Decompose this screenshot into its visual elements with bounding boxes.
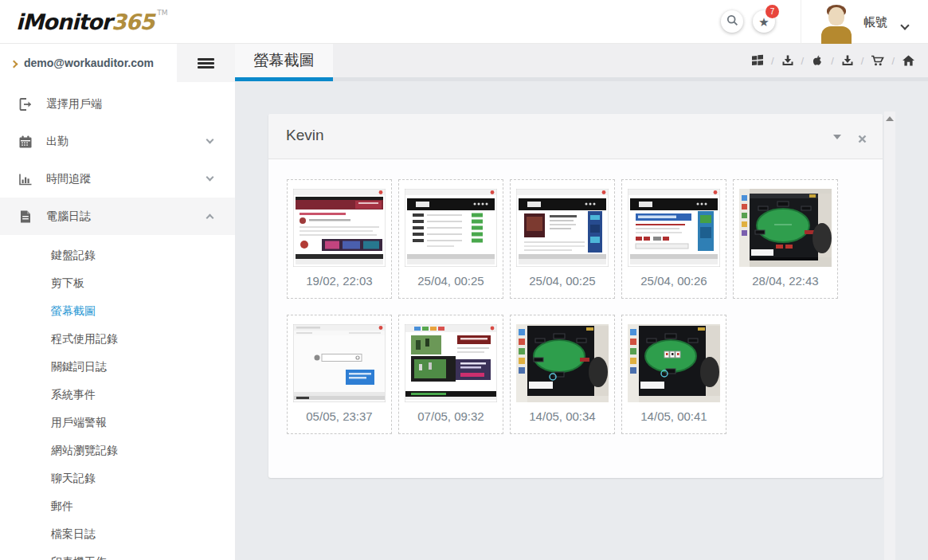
separator: / xyxy=(891,55,895,67)
close-icon[interactable] xyxy=(858,132,867,147)
sidebar-subitem-mail[interactable]: 郵件 xyxy=(0,492,235,520)
screenshot-timestamp: 28/04, 22:43 xyxy=(734,274,837,288)
chevron-right-icon xyxy=(10,61,18,69)
hamburger-icon xyxy=(198,57,214,70)
scroll-up-arrow-icon[interactable] xyxy=(886,116,894,121)
chevron-down-icon[interactable] xyxy=(902,18,908,32)
screenshot-item[interactable]: 14/05, 00:41 xyxy=(621,315,726,434)
panel-header: Kevin xyxy=(268,114,883,159)
sidebar-item-label: 電腦日誌 xyxy=(46,210,91,224)
tab-active-underline xyxy=(235,77,333,81)
sign-out-icon xyxy=(18,96,33,112)
sidebar-subitem-system-events[interactable]: 系統事件 xyxy=(0,381,235,409)
sidebar-subitem-keyboard-records[interactable]: 鍵盤記錄 xyxy=(0,241,235,269)
sidebar-subitem-keyword-logs[interactable]: 關鍵詞日誌 xyxy=(0,353,235,381)
sidebar-toggle-button[interactable] xyxy=(177,44,235,82)
sidebar-item-attendance[interactable]: 出勤 xyxy=(0,123,235,160)
screenshot-item[interactable]: 05/05, 23:37 xyxy=(287,315,392,434)
screenshot-thumbnail xyxy=(628,324,720,402)
screenshot-timestamp: 19/02, 22:03 xyxy=(288,274,391,288)
search-button[interactable] xyxy=(721,10,743,33)
sidebar-subitem-file-logs[interactable]: 檔案日誌 xyxy=(0,520,235,548)
sidebar-item-label: 時間追蹤 xyxy=(46,172,91,186)
sidebar-subitem-client-alerts[interactable]: 用戶端警報 xyxy=(0,409,235,437)
screenshot-item[interactable]: 25/04, 00:25 xyxy=(398,179,503,299)
panel-body: 19/02, 22:03 25/04, 00:25 25/04, 00:25 xyxy=(268,159,883,450)
sidebar-item-select-client[interactable]: 選擇用戶端 xyxy=(0,85,235,123)
search-icon xyxy=(726,14,738,29)
platform-action-icons: / / / / / xyxy=(751,44,915,77)
header-divider xyxy=(801,0,801,44)
screenshot-item[interactable]: 14/05, 00:34 xyxy=(510,315,615,434)
screenshot-item[interactable]: 25/04, 00:25 xyxy=(510,179,615,299)
separator: / xyxy=(771,55,774,67)
avatar-shirt xyxy=(821,26,852,44)
chevron-down-icon xyxy=(206,174,214,182)
star-icon: ★ xyxy=(758,16,769,28)
user-screenshots-panel: Kevin 19/02, 22:03 25/04, 00:25 xyxy=(268,114,883,478)
apple-icon[interactable] xyxy=(811,54,824,67)
screenshot-item[interactable]: 28/04, 22:43 xyxy=(733,179,838,299)
sidebar-item-label: 出勤 xyxy=(46,135,69,149)
sidebar-item-time-tracking[interactable]: 時間追蹤 xyxy=(0,160,235,198)
content-header: 螢幕截圖 / / / / / xyxy=(235,44,928,81)
trademark-label: TM xyxy=(157,9,167,17)
account-menu-label[interactable]: 帳號 xyxy=(863,15,887,30)
screenshot-timestamp: 14/05, 00:34 xyxy=(511,409,614,423)
screenshot-thumbnail xyxy=(405,324,497,402)
download-icon[interactable] xyxy=(781,54,794,67)
computer-logs-submenu: 鍵盤記錄 剪下板 螢幕截圖 程式使用記錄 關鍵詞日誌 系統事件 用戶端警報 網站… xyxy=(0,235,235,560)
avatar[interactable] xyxy=(819,5,854,44)
sidebar-subitem-web-history[interactable]: 網站瀏覽記錄 xyxy=(0,437,235,464)
screenshot-timestamp: 14/05, 00:41 xyxy=(622,409,726,423)
chevron-up-icon xyxy=(206,214,214,222)
tab-screenshots[interactable]: 螢幕截圖 xyxy=(235,44,333,77)
screenshot-thumbnail xyxy=(516,324,609,402)
screenshot-timestamp: 05/05, 23:37 xyxy=(288,409,391,423)
panel-title: Kevin xyxy=(286,127,324,144)
collapse-icon[interactable] xyxy=(833,135,841,139)
notification-badge[interactable]: 7 xyxy=(766,5,779,18)
logo-text: iMonitor xyxy=(16,10,112,34)
bar-chart-icon xyxy=(18,171,33,187)
screenshot-thumbnail xyxy=(293,324,386,402)
sidebar-item-computer-logs[interactable]: 電腦日誌 xyxy=(0,198,235,235)
screenshot-item[interactable]: 07/05, 09:32 xyxy=(398,315,503,434)
separator: / xyxy=(801,55,805,67)
cart-icon[interactable] xyxy=(871,54,884,67)
screenshot-item[interactable]: 25/04, 00:26 xyxy=(621,179,726,299)
screenshot-thumbnail xyxy=(628,189,720,267)
logo-suffix: 365 xyxy=(112,10,154,34)
download-icon[interactable] xyxy=(841,54,854,67)
screenshot-thumbnail xyxy=(293,189,386,267)
top-bar: iMonitor365TM ★ 7 帳號 xyxy=(0,0,928,44)
screenshot-grid: 19/02, 22:03 25/04, 00:25 25/04, 00:25 xyxy=(287,179,863,450)
app-logo: iMonitor365TM xyxy=(16,9,168,34)
account-email[interactable]: demo@workauditor.com xyxy=(11,57,154,69)
screenshot-thumbnail xyxy=(405,189,497,267)
separator: / xyxy=(861,55,864,67)
content-area: Kevin 19/02, 22:03 25/04, 00:25 xyxy=(235,81,928,560)
home-icon[interactable] xyxy=(902,54,915,67)
screenshot-thumbnail xyxy=(516,189,609,267)
sidebar-subitem-program-usage[interactable]: 程式使用記錄 xyxy=(0,325,235,353)
sidebar-subitem-chat-records[interactable]: 聊天記錄 xyxy=(0,464,235,492)
separator: / xyxy=(831,55,834,67)
chevron-down-icon xyxy=(206,136,214,144)
header-bottom-strip xyxy=(333,77,928,81)
sidebar-subitem-clipboard[interactable]: 剪下板 xyxy=(0,269,235,297)
scrollbar[interactable] xyxy=(884,112,895,560)
screenshot-timestamp: 25/04, 00:25 xyxy=(399,274,503,288)
avatar-head xyxy=(828,7,844,25)
calendar-icon xyxy=(18,134,33,150)
sidebar-subitem-screenshots[interactable]: 螢幕截圖 xyxy=(0,297,235,325)
windows-icon[interactable] xyxy=(751,54,764,67)
screenshot-thumbnail xyxy=(739,189,832,267)
screenshot-item[interactable]: 19/02, 22:03 xyxy=(287,179,392,299)
screenshot-timestamp: 07/05, 09:32 xyxy=(399,409,503,423)
sidebar-item-label: 選擇用戶端 xyxy=(46,97,102,112)
sidebar: demo@workauditor.com 選擇用戶端 出勤 時間追蹤 電腦日誌 xyxy=(0,44,235,560)
document-icon xyxy=(18,209,33,225)
sidebar-subitem-printer-jobs[interactable]: 印表機工作 xyxy=(0,548,235,560)
sidebar-account-row: demo@workauditor.com xyxy=(0,44,235,85)
